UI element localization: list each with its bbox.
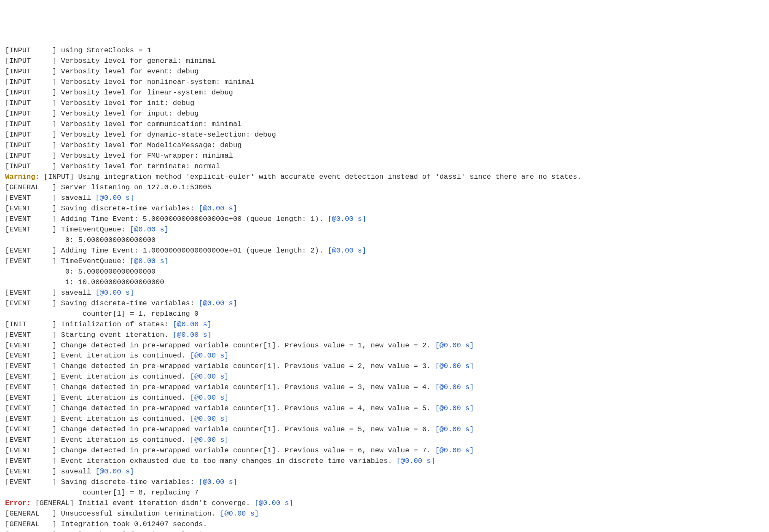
log-line: [EVENT ] saveall [@0.00 s] xyxy=(5,467,764,477)
log-message: Initialization of states: xyxy=(56,320,172,328)
log-message: Verbosity level for FMU-wrapper: minimal xyxy=(56,152,233,160)
log-tag: [INPUT ] xyxy=(5,110,56,118)
log-message: Event iteration is continued. xyxy=(56,394,190,402)
log-message: [GENERAL] Initial event iteration didn't… xyxy=(31,499,255,507)
log-line: [EVENT ] Saving discrete-time variables:… xyxy=(5,204,764,214)
log-tag: [GENERAL ] xyxy=(5,520,56,528)
log-timestamp: [@0.00 s] xyxy=(435,404,474,412)
log-tag: [INPUT ] xyxy=(5,67,56,75)
log-line: [INPUT ] Verbosity level for FMU-wrapper… xyxy=(5,151,764,161)
log-tag: [EVENT ] xyxy=(5,289,56,297)
log-message: Verbosity level for nonlinear-system: mi… xyxy=(56,78,254,86)
log-line: Warning: [INPUT] Using integration metho… xyxy=(5,172,764,183)
log-message: TimeEventQueue: xyxy=(56,226,129,234)
log-tag: [EVENT ] xyxy=(5,215,56,223)
log-message: [INPUT] Using integration method 'explic… xyxy=(40,173,581,181)
log-timestamp: [@0.00 s] xyxy=(95,194,134,202)
log-tag: [INPUT ] xyxy=(5,57,56,65)
log-tag: [EVENT ] xyxy=(5,425,56,433)
log-timestamp: [@0.00 s] xyxy=(435,362,474,370)
log-message: Change detected in pre-wrapped variable … xyxy=(56,362,435,370)
log-message: 0: 5.0000000000000000 xyxy=(5,236,156,244)
log-line: [EVENT ] Saving discrete-time variables:… xyxy=(5,298,764,309)
log-timestamp: [@0.00 s] xyxy=(199,478,237,486)
log-timestamp: [@0.00 s] xyxy=(190,373,229,381)
log-message: Verbosity level for general: minimal xyxy=(56,57,215,65)
log-tag: [INPUT ] xyxy=(5,89,56,97)
log-timestamp: [@0.00 s] xyxy=(190,415,229,423)
log-message: saveall xyxy=(56,289,95,297)
log-message: Verbosity level for terminate: normal xyxy=(56,162,220,170)
log-timestamp: [@0.00 s] xyxy=(220,510,259,518)
log-message: Integration took 0.012407 seconds. xyxy=(56,520,207,528)
log-line: counter[1] = 8, replacing 7 xyxy=(5,488,764,498)
log-tag: [EVENT ] xyxy=(5,341,56,349)
log-message: Change detected in pre-wrapped variable … xyxy=(56,425,435,433)
log-message: Event iteration is continued. xyxy=(56,352,190,360)
log-line: [EVENT ] Change detected in pre-wrapped … xyxy=(5,446,764,456)
log-timestamp: [@0.00 s] xyxy=(328,247,366,255)
log-timestamp: [@0.00 s] xyxy=(173,320,212,328)
log-tag: [EVENT ] xyxy=(5,226,56,234)
log-line: [EVENT ] Event iteration is continued. [… xyxy=(5,351,764,361)
log-tag: [INPUT ] xyxy=(5,152,56,160)
log-tag: [INPUT ] xyxy=(5,99,56,107)
log-line: [GENERAL ] Server listening on 127.0.0.1… xyxy=(5,183,764,193)
log-message: Unsuccessful simulation termination. xyxy=(56,510,220,518)
log-tag: [EVENT ] xyxy=(5,415,56,423)
log-line: [EVENT ] Saving discrete-time variables:… xyxy=(5,477,764,488)
log-tag: [EVENT ] xyxy=(5,446,56,454)
log-line: [INPUT ] Verbosity level for init: debug xyxy=(5,98,764,109)
log-line: [EVENT ] Change detected in pre-wrapped … xyxy=(5,341,764,351)
log-line: [INPUT ] Verbosity level for general: mi… xyxy=(5,56,764,67)
log-timestamp: [@0.00 s] xyxy=(435,383,474,391)
log-tag: [EVENT ] xyxy=(5,194,56,202)
log-line: [EVENT ] Event iteration is continued. [… xyxy=(5,393,764,403)
log-message: Verbosity level for input: debug xyxy=(56,110,199,118)
log-message: 1: 10.00000000000000000 xyxy=(5,278,164,286)
log-tag: [EVENT ] xyxy=(5,247,56,255)
log-tag: [EVENT ] xyxy=(5,457,56,465)
log-line: [INIT ] Initialization of states: [@0.00… xyxy=(5,320,764,330)
log-timestamp: [@0.00 s] xyxy=(95,468,134,476)
log-line: [INPUT ] Verbosity level for ModelicaMes… xyxy=(5,140,764,151)
log-line: [EVENT ] Starting event iteration. [@0.0… xyxy=(5,330,764,341)
log-message: Change detected in pre-wrapped variable … xyxy=(56,404,435,412)
log-line: [GENERAL ] Integration took 0.012407 sec… xyxy=(5,519,764,530)
error-label: Error: xyxy=(5,499,31,507)
log-line: Error: [GENERAL] Initial event iteration… xyxy=(5,498,764,509)
log-line: [GENERAL ] Total number of function eval… xyxy=(5,530,764,532)
log-message: Adding Time Event: 1.00000000000000000e+… xyxy=(56,247,328,255)
log-line: [GENERAL ] Unsuccessful simulation termi… xyxy=(5,509,764,519)
log-tag: [INPUT ] xyxy=(5,141,56,149)
log-message: saveall xyxy=(56,468,95,476)
log-tag: [EVENT ] xyxy=(5,404,56,412)
log-line: [EVENT ] Change detected in pre-wrapped … xyxy=(5,361,764,372)
log-timestamp: [@0.00 s] xyxy=(255,499,293,507)
log-message: Saving discrete-time variables: xyxy=(56,299,199,307)
log-line: [INPUT ] Verbosity level for event: debu… xyxy=(5,67,764,77)
log-message: Saving discrete-time variables: xyxy=(56,478,199,486)
log-line: [INPUT ] using StoreClocks = 1 xyxy=(5,46,764,56)
log-message: Change detected in pre-wrapped variable … xyxy=(56,383,435,391)
log-message: TimeEventQueue: xyxy=(56,257,129,265)
log-timestamp: [@0.00 s] xyxy=(190,394,229,402)
log-message: Saving discrete-time variables: xyxy=(56,204,199,212)
log-tag: [EVENT ] xyxy=(5,373,56,381)
log-timestamp: [@0.00 s] xyxy=(199,299,237,307)
log-line: [EVENT ] Adding Time Event: 1.0000000000… xyxy=(5,246,764,256)
log-tag: [EVENT ] xyxy=(5,468,56,476)
log-tag: [INPUT ] xyxy=(5,78,56,86)
log-output: [INPUT ] using StoreClocks = 1[INPUT ] V… xyxy=(5,46,764,532)
log-line: [EVENT ] Change detected in pre-wrapped … xyxy=(5,403,764,414)
log-message: Verbosity level for linear-system: debug xyxy=(56,89,233,97)
log-message: 0: 5.0000000000000000 xyxy=(5,268,156,276)
log-timestamp: [@0.00 s] xyxy=(396,457,435,465)
log-line: 1: 10.00000000000000000 xyxy=(5,277,764,288)
log-message: Verbosity level for dynamic-state-select… xyxy=(56,131,276,139)
log-line: [EVENT ] saveall [@0.00 s] xyxy=(5,193,764,204)
log-message: Verbosity level for event: debug xyxy=(56,67,199,75)
log-line: [EVENT ] Event iteration exhausted due t… xyxy=(5,456,764,467)
log-tag: [INPUT ] xyxy=(5,46,56,54)
log-message: Verbosity level for init: debug xyxy=(56,99,194,107)
